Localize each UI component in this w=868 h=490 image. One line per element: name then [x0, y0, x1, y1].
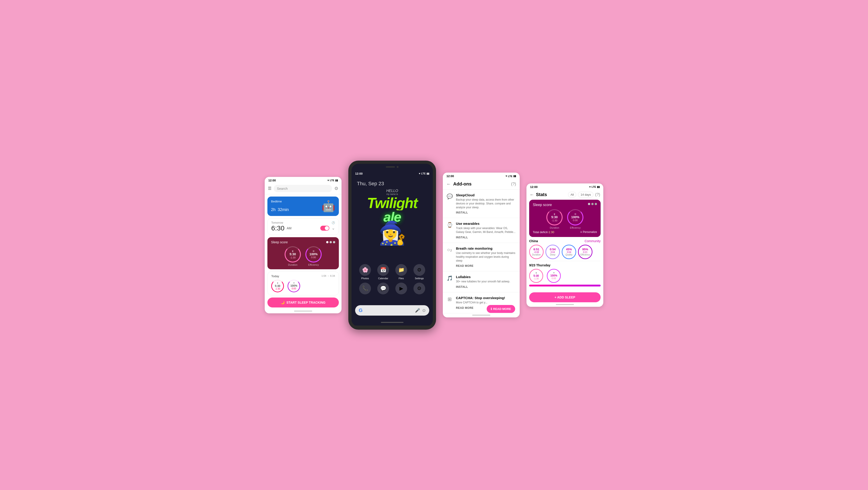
lullabies-install-button[interactable]: INSTALL — [456, 285, 516, 289]
breath-read-more-button[interactable]: READ MORE — [456, 264, 516, 267]
dot-2 — [330, 241, 332, 243]
app-gear[interactable]: ⚙ — [413, 283, 425, 294]
addon-item-lullabies: 🎵 Lullabies 30+ new lullabies for your s… — [443, 271, 520, 292]
gear-icon[interactable]: ⚙ — [334, 186, 338, 191]
s3-time: 12:00 — [446, 174, 454, 178]
help-icon[interactable]: (?) — [511, 182, 516, 186]
home-bar — [381, 322, 403, 323]
android-icon: 🤖 — [322, 200, 335, 213]
s4-signal: LTE — [592, 186, 596, 188]
screen3: 12:00 ▾ LTE ▮▮ ← Add-ons (?) 💬 SleepClou… — [443, 173, 520, 317]
s1-header: ☰ Search ⚙ — [265, 183, 342, 194]
signal-icon: LTE — [330, 179, 334, 182]
s4-score-circles: ⧗ 5:30 -1:30 Duration 👁 100% 0:00 Effici… — [533, 209, 597, 229]
duration-ring: ⧗ 5:30 -1:30 — [285, 246, 301, 262]
today-efficiency-sub: 0:00 — [291, 287, 296, 290]
app-calendar[interactable]: 📅 Calendar — [377, 264, 389, 280]
s4-back-arrow-icon[interactable]: ← — [530, 192, 534, 197]
search-bar[interactable]: Search — [274, 185, 332, 192]
read-more-fab[interactable]: ℹ READ MORE — [487, 305, 515, 313]
app-settings-label: Settings — [415, 277, 424, 280]
s4-duration-ring: ⧗ 5:30 -1:30 — [546, 209, 563, 225]
bedtime-card[interactable]: Bedtime 2h 32min 🤖 — [268, 197, 339, 216]
s4-help-icon[interactable]: (?) — [595, 192, 600, 197]
thu-hourglass-icon: ⧗ — [535, 272, 537, 274]
s4-deficit-label: Total deficit — [533, 230, 548, 234]
eye-icon: 👁 — [312, 250, 315, 253]
s4-battery-icon: ▮▮ — [597, 186, 600, 188]
s4-home-indicator — [556, 304, 574, 305]
thu-efficiency-value: 100% — [550, 274, 557, 277]
sleep-score-card: Sleep score ⧗ 5:30 -1:30 Duration — [268, 237, 339, 269]
battery-icon: ▮▮ — [335, 179, 338, 182]
chevron-down-icon[interactable]: ⌄ — [332, 226, 335, 231]
lullabies-desc: 30+ new lullabies for your smooth fall a… — [456, 280, 516, 284]
add-sleep-button[interactable]: + ADD SLEEP — [529, 292, 600, 302]
app-messages[interactable]: 💬 — [377, 283, 389, 294]
menu-icon[interactable]: ☰ — [268, 186, 272, 191]
efficiency-value: 100% — [309, 253, 318, 256]
add-sleep-label: + ADD SLEEP — [555, 295, 575, 299]
lens-icon[interactable]: ⊙ — [422, 308, 426, 313]
app-settings[interactable]: ⚙ Settings — [413, 264, 425, 280]
bedtime-hours: 2h — [271, 207, 276, 212]
comm-c3-label: Quality — [565, 254, 572, 256]
notch-sensor — [386, 166, 395, 168]
s3-home-indicator — [472, 315, 490, 316]
duration-value: 5:30 — [289, 253, 296, 256]
big-name: Twilight — [351, 196, 433, 210]
s4-efficiency-ring: 👁 100% 0:00 — [567, 209, 583, 225]
app-photos[interactable]: 🌸 Photos — [359, 264, 371, 280]
mic-icon[interactable]: 🎤 — [415, 308, 420, 313]
s4-efficiency-stat: 👁 100% 0:00 Efficiency — [567, 209, 583, 229]
s4-deficit-row: Total deficit -1:30 ≡ Personalize — [533, 229, 597, 234]
captcha-title: CAPTCHA: Stop oversleeping! — [456, 296, 516, 300]
app-files[interactable]: 📁 Files — [395, 264, 407, 280]
thu-efficiency-ring: 👁 100% 0:00 — [547, 269, 561, 283]
s4-personalize-button[interactable]: ≡ Personalize — [580, 230, 597, 234]
sleep-score-header: Sleep score — [271, 240, 335, 244]
launcher-bg: 12:00 ▾ LTE ▮▮ Thu, Sep 23 HELLO my name… — [351, 170, 433, 319]
today-efficiency: 👁 100% 0:00 — [287, 280, 300, 292]
wearables-install-button[interactable]: INSTALL — [456, 236, 516, 239]
start-sleep-tracking-button[interactable]: 🌙 START SLEEP TRACKING — [268, 297, 339, 307]
s4-sleep-score-header: Sleep score — [533, 203, 597, 207]
community-link[interactable]: Community — [585, 239, 600, 243]
wearables-content: Use wearables Track sleep with your wear… — [456, 222, 516, 239]
wearables-desc: Track sleep with your wearables: Wear OS… — [456, 226, 516, 234]
google-g-icon: G — [359, 307, 363, 313]
today-duration-value: 5:30 — [275, 285, 280, 288]
back-arrow-icon[interactable]: ← — [446, 182, 451, 187]
filter-all-button[interactable]: All — [568, 192, 576, 197]
today-header: Today 1:04 → 6:34 — [271, 274, 335, 278]
app-play[interactable]: ▶ — [395, 283, 407, 294]
phone-icon: 📞 — [359, 283, 371, 294]
app-phone[interactable]: 📞 — [359, 283, 371, 294]
launcher-search-bar[interactable]: G 🎤 ⊙ — [355, 305, 429, 316]
wifi-icon: ▾ — [328, 179, 329, 182]
lullabies-title: Lullabies — [456, 275, 516, 279]
alarm-ampm: AM — [287, 226, 291, 230]
alarm-card[interactable]: Tomorrow 🕐 6:30 AM ⌄ — [268, 218, 339, 235]
alarm-toggle[interactable] — [320, 226, 329, 231]
sleepcloud-icon: 💬 — [446, 194, 453, 214]
s4-duration-stat: ⧗ 5:30 -1:30 Duration — [546, 209, 563, 229]
sleepcloud-install-button[interactable]: INSTALL — [456, 211, 516, 214]
thu-efficiency-sub: 0:00 — [552, 277, 556, 280]
app-files-label: Files — [399, 277, 404, 280]
filter-14-button[interactable]: 14 days — [578, 192, 593, 197]
community-circle-1: 6:51 -0:08 Duration — [529, 244, 544, 259]
thu-duration-ring: ⧗ 5:30 -1:30 — [529, 269, 543, 283]
start-btn-label: START SLEEP TRACKING — [286, 301, 326, 304]
comm-c4-label: Efficiency — [581, 254, 590, 256]
efficiency-label: Efficiency — [308, 263, 319, 266]
thu-duration: ⧗ 5:30 -1:30 — [529, 269, 543, 283]
s3-signal: LTE — [508, 175, 513, 177]
alarm-day: Tomorrow — [271, 221, 283, 224]
s3-wifi-icon: ▾ — [506, 175, 507, 177]
s4-status-icons: ▾ LTE ▮▮ — [589, 186, 600, 188]
carousel-dots — [326, 241, 335, 243]
photos-icon: 🌸 — [359, 264, 371, 276]
addon-item-sleepcloud: 💬 SleepCloud Backup your sleep data, acc… — [443, 190, 520, 218]
search-placeholder: Search — [277, 187, 288, 190]
